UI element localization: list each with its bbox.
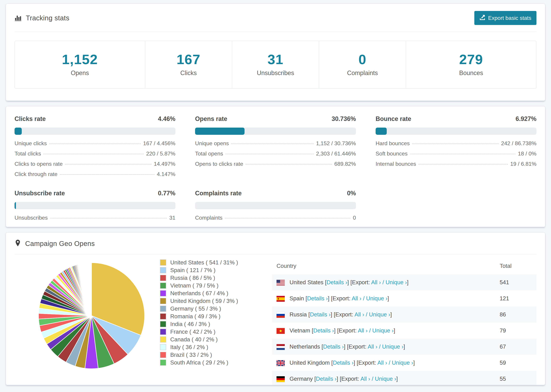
gb-flag-icon — [276, 360, 285, 366]
rate-detail-label: Unsubscribes — [14, 215, 48, 221]
dotted-leader — [60, 174, 155, 175]
legend-swatch — [160, 259, 166, 266]
rate-detail-row: Total clicks220 / 5.87% — [14, 151, 175, 157]
export-prefix: ] [Export: — [337, 376, 360, 382]
details-link[interactable]: Details › — [333, 359, 353, 366]
export-prefix: ] [Export: — [344, 343, 367, 350]
legend-label: Russia ( 86 / 5% ) — [170, 275, 215, 281]
export-unique-link[interactable]: Unique › — [372, 327, 394, 334]
rate-detail-label: Unique opens — [195, 140, 229, 147]
details-link[interactable]: Details › — [316, 376, 337, 382]
legend-item-brazil[interactable]: Brazil ( 33 / 2% ) — [160, 352, 263, 358]
ru-flag-icon — [276, 312, 285, 318]
nl-flag-icon — [276, 344, 285, 350]
rate-value: 6.927% — [516, 115, 537, 122]
legend-item-netherlands[interactable]: Netherlands ( 67 / 4% ) — [160, 290, 263, 297]
legend-label: Romania ( 49 / 3% ) — [170, 313, 220, 320]
details-link[interactable]: Details › — [310, 311, 331, 318]
details-link[interactable]: Details › — [307, 295, 328, 301]
export-all-link[interactable]: All › — [377, 359, 387, 366]
dotted-leader — [43, 154, 144, 154]
details-link[interactable]: Details › — [326, 279, 347, 286]
slash-separator: / — [370, 376, 375, 382]
export-all-link[interactable]: All › — [352, 295, 361, 301]
de-flag-icon — [276, 376, 285, 382]
stat-value: 0 — [319, 52, 406, 67]
legend-item-germany[interactable]: Germany ( 55 / 3% ) — [160, 305, 263, 312]
rate-detail-value: 242 / 86.738% — [501, 140, 537, 147]
rate-detail-label: Hard bounces — [376, 140, 410, 147]
rate-value: 0% — [347, 190, 356, 197]
details-link[interactable]: Details › — [313, 327, 334, 334]
export-basic-stats-button[interactable]: Export basic stats — [474, 11, 537, 25]
rate-progress-bar — [14, 128, 175, 135]
total-value: 59 — [500, 355, 537, 371]
country-cell: Russia [Details ›] [Export: All › / Uniq… — [272, 307, 500, 322]
bracket: ] — [396, 376, 398, 382]
export-all-link[interactable]: All › — [368, 343, 377, 350]
bracket: [ — [323, 279, 326, 286]
export-all-link[interactable]: All › — [358, 327, 367, 334]
legend-swatch — [160, 344, 166, 350]
country-cell: Netherlands [Details ›] [Export: All › /… — [272, 339, 500, 355]
export-all-link[interactable]: All › — [360, 376, 370, 382]
stat-value: 279 — [406, 52, 536, 67]
details-link[interactable]: Details › — [323, 343, 344, 350]
legend-swatch — [160, 352, 166, 358]
export-unique-link[interactable]: Unique › — [369, 311, 390, 318]
rate-detail-value: 2,303 / 61.446% — [316, 151, 356, 157]
export-unique-link[interactable]: Unique › — [382, 343, 403, 350]
rate-detail-label: Unique clicks — [14, 140, 47, 147]
rate-detail-row: Clicks to opens rate14.497% — [14, 161, 175, 167]
country-cell: United States [Details ›] [Export: All ›… — [272, 274, 500, 290]
rate-progress-fill — [14, 128, 22, 135]
legend-item-south-africa[interactable]: South Africa ( 29 / 2% ) — [160, 359, 263, 366]
rate-detail-row: Unique clicks167 / 4.456% — [14, 140, 175, 147]
bracket: ] — [403, 343, 405, 350]
geo-content: United States ( 541 / 31% )Spain ( 121 /… — [14, 257, 537, 385]
legend-item-russia[interactable]: Russia ( 86 / 5% ) — [160, 275, 263, 281]
legend-item-italy[interactable]: Italy ( 36 / 2% ) — [160, 344, 263, 350]
rate-detail-value: 689.82% — [334, 161, 356, 167]
export-unique-link[interactable]: Unique › — [375, 376, 396, 382]
rate-progress-bar — [376, 128, 537, 135]
geo-table-row-vietnam: Vietnam [Details ›] [Export: All › / Uni… — [272, 322, 537, 339]
export-unique-link[interactable]: Unique › — [366, 295, 388, 301]
slash-separator: / — [377, 343, 382, 350]
rate-detail-row: Opens to clicks rate689.82% — [195, 161, 356, 167]
legend-item-romania[interactable]: Romania ( 49 / 3% ) — [160, 313, 263, 320]
rate-title: Complaints rate — [195, 190, 242, 197]
export-prefix: ] [Export: — [331, 311, 354, 318]
legend-item-united-states[interactable]: United States ( 541 / 31% ) — [160, 259, 263, 266]
legend-swatch — [160, 275, 166, 281]
legend-item-canada[interactable]: Canada ( 40 / 2% ) — [160, 336, 263, 343]
country-name: United Kingdom — [290, 359, 330, 366]
legend-item-france[interactable]: France ( 42 / 2% ) — [160, 329, 263, 335]
geo-table-header-row: Country Total — [272, 257, 537, 274]
legend-item-united-kingdom[interactable]: United Kingdom ( 59 / 3% ) — [160, 298, 263, 304]
stat-label: Opens — [15, 70, 145, 77]
country-cell: Germany [Details ›] [Export: All › / Uni… — [272, 371, 500, 385]
legend-item-india[interactable]: India ( 46 / 3% ) — [160, 321, 263, 327]
export-unique-link[interactable]: Unique › — [392, 359, 413, 366]
rate-block-bounce-rate: Bounce rate6.927%Hard bounces242 / 86.73… — [376, 115, 537, 177]
legend-item-spain[interactable]: Spain ( 121 / 7% ) — [160, 267, 263, 273]
tracking-stats-card: Tracking stats Export basic stats 1,152O… — [6, 3, 545, 101]
rate-block-clicks-rate: Clicks rate4.46%Unique clicks167 / 4.456… — [14, 115, 175, 177]
bracket: [ — [310, 327, 313, 334]
bracket: ] — [390, 311, 392, 318]
export-unique-link[interactable]: Unique › — [386, 279, 407, 286]
bracket: [ — [313, 376, 316, 382]
rate-detail-value: 31 — [169, 215, 175, 221]
legend-item-vietnam[interactable]: Vietnam ( 79 / 5% ) — [160, 282, 263, 289]
legend-swatch — [160, 290, 166, 296]
export-all-link[interactable]: All › — [354, 311, 364, 318]
rate-block-complaints-rate: Complaints rate0%Complaints0 — [195, 190, 356, 221]
slash-separator: / — [387, 359, 392, 366]
country-name: Netherlands — [290, 343, 320, 350]
country-name: Vietnam — [290, 327, 310, 334]
stat-bounces: 279Bounces — [406, 41, 536, 88]
stat-opens: 1,152Opens — [15, 41, 145, 88]
rate-value: 0.77% — [158, 190, 175, 197]
export-all-link[interactable]: All › — [371, 279, 381, 286]
